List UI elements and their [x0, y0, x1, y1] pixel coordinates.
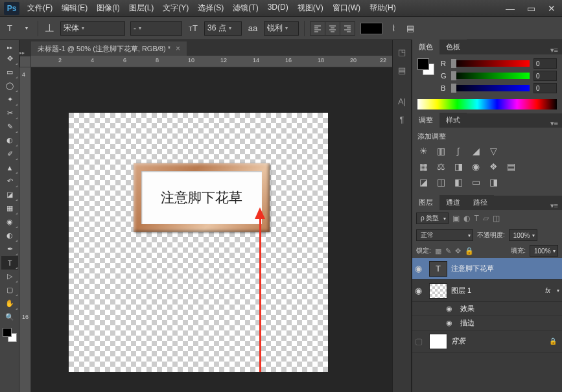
green-slider[interactable] [451, 73, 530, 79]
zoom-tool[interactable]: 🔍 [1, 310, 18, 324]
selective-icon[interactable]: ◨ [487, 176, 499, 188]
lock-all-icon[interactable]: 🔒 [465, 247, 474, 255]
invert-icon[interactable]: ◪ [417, 176, 429, 188]
lock-pixels-icon[interactable]: ✎ [445, 247, 451, 255]
layer-kind-filter[interactable]: ρ 类型 [416, 213, 449, 224]
stamp-tool[interactable]: ▲ [1, 161, 18, 174]
mixer-icon[interactable]: ❖ [487, 161, 499, 172]
document-tab[interactable]: 未标题-1 @ 50% (注意脚下花草, RGB/8) * × [31, 41, 187, 56]
panel-menu-icon[interactable]: ▾≡ [546, 46, 562, 54]
menu-help[interactable]: 帮助(H) [366, 0, 400, 16]
layer-effects-row[interactable]: ◉ 效果 [412, 302, 562, 316]
antialias-dropdown[interactable]: 锐利▾ [264, 21, 299, 36]
brush-tool[interactable]: ✐ [1, 147, 18, 161]
layer-thumbnail[interactable] [429, 334, 447, 349]
red-slider[interactable] [451, 60, 530, 67]
type-tool[interactable]: T [1, 256, 18, 270]
layer-thumbnail[interactable] [429, 283, 447, 299]
marquee-tool[interactable]: ▭ [1, 65, 18, 79]
menu-layer[interactable]: 图层(L) [125, 0, 158, 16]
menu-file[interactable]: 文件(F) [23, 0, 56, 16]
tab-styles[interactable]: 样式 [439, 113, 467, 128]
align-left-button[interactable] [310, 22, 325, 35]
crop-tool[interactable]: ✂ [1, 106, 18, 120]
filter-pixel-icon[interactable]: ▣ [452, 214, 460, 223]
blur-tool[interactable]: ◉ [1, 215, 18, 229]
expand-icon[interactable]: ▸▸ [19, 50, 31, 56]
move-tool[interactable]: ✥ [1, 52, 18, 65]
green-value[interactable]: 0 [533, 71, 557, 81]
tab-channels[interactable]: 通道 [439, 195, 467, 210]
filter-adj-icon[interactable]: ◐ [463, 214, 470, 223]
type-tool-preset-icon[interactable]: T [4, 23, 16, 34]
color-swatch-pair[interactable] [417, 58, 434, 75]
window-close-button[interactable]: ✕ [541, 2, 562, 15]
horizontal-ruler[interactable]: 2 4 6 8 10 12 14 16 18 20 22 [31, 56, 392, 67]
menu-filter[interactable]: 滤镜(T) [229, 0, 262, 16]
fg-bg-colors[interactable] [3, 328, 17, 342]
lookup-icon[interactable]: ▤ [505, 161, 517, 172]
visibility-icon[interactable]: ◉ [415, 264, 425, 273]
layer-row-text[interactable]: ◉ T 注意脚下花草 [412, 258, 562, 280]
pen-tool[interactable]: ✒ [1, 242, 18, 256]
path-selection-tool[interactable]: ▷ [1, 270, 18, 283]
exposure-icon[interactable]: ◢ [470, 145, 482, 157]
eyedropper-tool[interactable]: ✎ [1, 120, 18, 133]
lasso-tool[interactable]: ◯ [1, 79, 18, 93]
shape-tool[interactable]: ▢ [1, 283, 18, 297]
canvas[interactable]: 注意脚下花草 [69, 113, 328, 372]
text-layer[interactable]: 注意脚下花草 [141, 171, 262, 224]
blend-mode-dropdown[interactable]: 正常 [416, 229, 473, 241]
threshold-icon[interactable]: ◧ [452, 176, 464, 188]
window-maximize-button[interactable]: ▭ [521, 2, 541, 15]
visibility-icon[interactable]: ◉ [446, 305, 456, 313]
panel-menu-icon[interactable]: ▾≡ [546, 202, 562, 210]
menu-view[interactable]: 视图(V) [294, 0, 327, 16]
text-color-swatch[interactable] [360, 23, 382, 34]
red-value[interactable]: 0 [533, 58, 557, 69]
fx-badge[interactable]: fx [545, 287, 553, 294]
dropdown-icon[interactable]: ▾ [21, 23, 32, 34]
font-family-dropdown[interactable]: 宋体▾ [60, 21, 125, 36]
visibility-icon[interactable]: ◉ [446, 319, 456, 327]
hue-icon[interactable]: ▦ [417, 161, 429, 172]
posterize-icon[interactable]: ◫ [435, 176, 447, 188]
character-dock-icon[interactable]: A| [393, 92, 411, 110]
dodge-tool[interactable]: ◐ [1, 229, 18, 242]
vertical-ruler[interactable]: 4 16 [19, 67, 31, 392]
lock-transparency-icon[interactable]: ▩ [435, 247, 441, 255]
character-panel-icon[interactable]: ▤ [404, 23, 416, 34]
filter-smart-icon[interactable]: ◫ [493, 214, 500, 223]
font-size-dropdown[interactable]: 36 点▾ [204, 21, 242, 36]
window-minimize-button[interactable]: — [500, 2, 521, 15]
curves-icon[interactable]: ∫ [452, 145, 464, 157]
menu-window[interactable]: 窗口(W) [329, 0, 364, 16]
layer-stroke-row[interactable]: ◉ 描边 [412, 316, 562, 330]
filter-shape-icon[interactable]: ▱ [483, 214, 489, 223]
visibility-icon[interactable]: ◉ [415, 286, 425, 295]
actions-panel-icon[interactable]: ▤ [393, 61, 411, 79]
blue-slider[interactable] [451, 85, 530, 91]
ruler-origin[interactable] [19, 56, 31, 67]
warp-text-icon[interactable]: ⌇ [388, 23, 399, 34]
photofilter-icon[interactable]: ◉ [470, 161, 482, 172]
filter-type-icon[interactable]: T [474, 214, 478, 223]
gradmap-icon[interactable]: ▭ [470, 176, 482, 188]
eraser-tool[interactable]: ◪ [1, 188, 18, 202]
paragraph-dock-icon[interactable]: ¶ [393, 110, 411, 128]
menu-type[interactable]: 文字(Y) [159, 0, 193, 16]
layer-thumbnail[interactable]: T [429, 261, 447, 277]
opacity-field[interactable]: 100% [509, 229, 537, 241]
align-center-button[interactable] [325, 22, 340, 35]
menu-3d[interactable]: 3D(D) [264, 0, 292, 16]
tab-paths[interactable]: 路径 [467, 195, 494, 210]
layer-row-1[interactable]: ◉ 图层 1 fx▾ [412, 280, 562, 302]
gradient-tool[interactable]: ▦ [1, 202, 18, 215]
vibrance-icon[interactable]: ▽ [487, 145, 499, 157]
magic-wand-tool[interactable]: ✦ [1, 93, 18, 106]
layer-row-background[interactable]: ▢ 背景 🔒 [412, 330, 562, 352]
frame-shape[interactable]: 注意脚下花草 [134, 163, 270, 232]
align-right-button[interactable] [340, 22, 355, 35]
color-spectrum[interactable] [417, 99, 557, 110]
tab-swatches[interactable]: 色板 [439, 40, 467, 54]
